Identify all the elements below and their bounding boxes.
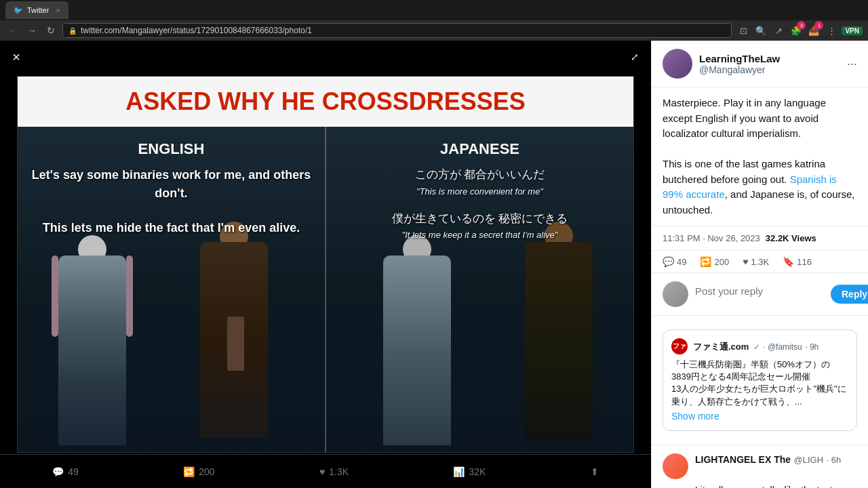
japanese-text-1: この方が 都合がいいんだ xyxy=(340,166,620,184)
bookmark-icon: 🔖 xyxy=(783,256,794,267)
views-count: 32K xyxy=(469,466,486,477)
user-avatar xyxy=(663,49,692,79)
views-icon: 📊 xyxy=(453,466,465,477)
image-left: ENGLISH Let's say some binaries work for… xyxy=(18,127,326,452)
embedded-text-1: 『十三機兵防衛圏』半額（50%オフ）の3839円となる4周年記念セール開催 xyxy=(671,359,848,383)
browser-chrome: 🐦 Twitter × ← → ↻ 🔒 twitter.com/Mangalaw… xyxy=(0,0,868,41)
user-info: LearningTheLaw @Mangalawyer xyxy=(699,53,840,75)
japanese-trans-1: "This is more convenient for me" xyxy=(340,186,620,197)
back-button[interactable]: ← xyxy=(5,23,20,38)
screen-icon[interactable]: ⊡ xyxy=(736,23,751,38)
tweet-views: 32.2K Views xyxy=(766,233,816,243)
embedded-name: ファミ通.com xyxy=(693,342,749,352)
vpn-badge[interactable]: VPN xyxy=(842,26,863,35)
like-action-btn[interactable]: ♥ 1.3K xyxy=(743,256,769,267)
active-tab[interactable]: 🐦 Twitter × xyxy=(5,1,68,19)
embedded-handle-text: @famitsu xyxy=(768,342,802,352)
japanese-label: JAPANESE xyxy=(340,140,620,158)
english-text-2: This lets me hide the fact that I'm even… xyxy=(31,219,311,237)
bookmark-count: 116 xyxy=(797,257,812,267)
comment-icon: 💬 xyxy=(663,256,674,267)
more-button[interactable]: ··· xyxy=(847,57,857,71)
embedded-time: · xyxy=(805,342,810,352)
retweet-icon: 🔁 xyxy=(183,466,195,477)
toolbar-icons: ⊡ 🔍 ↗ 🧩3 📥1 ⋮ VPN xyxy=(736,23,863,38)
comment-1-user: LIGHTANGEL EX The @LIGH · 6h xyxy=(695,453,857,466)
embedded-tweet: ファ ファミ通.com ✓ · @famitsu · 9h 『十三機兵防衛圏』半… xyxy=(663,329,857,431)
main-content: × ⤢ ASKED WHY HE CROSSDRESSES xyxy=(0,41,868,488)
english-label: ENGLISH xyxy=(31,140,311,158)
comment-1-header: LIGHTANGEL EX The @LIGH · 6h xyxy=(663,453,857,479)
japanese-trans-2: "It lets me keep it a secret that I'm al… xyxy=(340,230,620,240)
retweet-count: 200 xyxy=(714,257,729,267)
comment-1: LIGHTANGEL EX The @LIGH · 6h Literally n… xyxy=(652,445,868,488)
embedded-tweet-card: ファ ファミ通.com ✓ · @famitsu · 9h 『十三機兵防衛圏』半… xyxy=(652,316,868,445)
comment-action[interactable]: 💬 49 xyxy=(52,466,79,477)
embedded-handle: · xyxy=(763,342,768,352)
embedded-user: ファミ通.com ✓ · @famitsu · 9h xyxy=(693,340,818,353)
comment-action-btn[interactable]: 💬 49 xyxy=(663,256,686,267)
tweet-stats: 11:31 PM · Nov 26, 2023 32.2K Views xyxy=(652,226,868,251)
show-more-link[interactable]: Show more xyxy=(671,411,719,422)
reply-box: Reply xyxy=(652,273,868,316)
share-icon: ⬆ xyxy=(591,466,599,477)
header-text: ASKED WHY HE CROSSDRESSES xyxy=(28,87,623,116)
bookmark-action-btn[interactable]: 🔖 116 xyxy=(783,256,812,267)
share-action[interactable]: ⬆ xyxy=(591,466,599,477)
tab-title: Twitter xyxy=(27,6,49,14)
embedded-header: ファ ファミ通.com ✓ · @famitsu · 9h xyxy=(671,338,848,354)
sidebar-header: LearningTheLaw @Mangalawyer ··· xyxy=(652,41,868,87)
heart-icon: ♥ xyxy=(319,466,325,477)
bottom-bar: 💬 49 🔁 200 ♥ 1.3K 📊 32K ⬆ xyxy=(0,454,651,488)
like-count: 1.3K xyxy=(329,466,349,477)
close-button[interactable]: × xyxy=(5,46,27,68)
menu-icon[interactable]: ⋮ xyxy=(824,23,839,38)
comment-count: 49 xyxy=(677,257,686,267)
photo-overlay: × ⤢ ASKED WHY HE CROSSDRESSES xyxy=(0,41,651,488)
comment-1-handle-text: @LIGH xyxy=(794,455,824,465)
extensions-icon[interactable]: 🧩3 xyxy=(789,23,804,38)
address-bar[interactable]: 🔒 twitter.com/Mangalawyer/status/1729010… xyxy=(62,23,732,38)
reply-button[interactable]: Reply xyxy=(831,285,868,304)
tweet-text-pre: Masterpiece. Play it in any language exc… xyxy=(663,97,826,139)
search-icon[interactable]: 🔍 xyxy=(753,23,768,38)
comment-1-avatar xyxy=(663,453,688,479)
url-text: twitter.com/Mangalawyer/status/172901008… xyxy=(81,26,312,35)
tweet-text: Masterpiece. Play it in any language exc… xyxy=(652,87,868,226)
tweet-timestamp: 11:31 PM · Nov 26, 2023 xyxy=(663,233,760,243)
verified-icon: ✓ xyxy=(753,342,760,352)
retweet-icon: 🔁 xyxy=(700,256,711,267)
comment-count: 49 xyxy=(68,466,79,477)
image-right: JAPANESE この方が 都合がいいんだ "This is more conv… xyxy=(326,127,633,452)
lock-icon: 🔒 xyxy=(68,27,77,35)
comment-1-name: LIGHTANGEL EX The xyxy=(695,454,791,465)
tweet-sidebar: LearningTheLaw @Mangalawyer ··· Masterpi… xyxy=(651,41,868,488)
english-text-1: Let's say some binaries work for me, and… xyxy=(31,166,311,203)
comment-icon: 💬 xyxy=(52,466,64,477)
browser-tabs: 🐦 Twitter × xyxy=(0,0,868,20)
embedded-avatar: ファ xyxy=(671,338,688,354)
views-action[interactable]: 📊 32K xyxy=(453,466,486,477)
like-count: 1.3K xyxy=(751,257,769,267)
tweet-actions: 💬 49 🔁 200 ♥ 1.3K 🔖 116 xyxy=(652,251,868,273)
reload-button[interactable]: ↻ xyxy=(43,23,58,38)
comment-1-time: · xyxy=(827,455,831,465)
reply-avatar xyxy=(663,281,688,307)
embedded-avatar-text: ファ xyxy=(673,342,686,351)
retweet-action-btn[interactable]: 🔁 200 xyxy=(700,256,729,267)
share-icon[interactable]: ↗ xyxy=(771,23,786,38)
username: @Mangalawyer xyxy=(699,64,840,75)
forward-button[interactable]: → xyxy=(24,23,39,38)
like-action[interactable]: ♥ 1.3K xyxy=(319,466,349,477)
tab-close[interactable]: × xyxy=(56,6,60,14)
reply-input[interactable] xyxy=(695,281,824,297)
image-body: ENGLISH Let's say some binaries work for… xyxy=(18,127,633,452)
embedded-text-2: 13人の少年少女たちが巨大ロボット"機兵"に乗り、人類存亡をかけて戦う、... xyxy=(671,383,848,407)
tweet-image: ASKED WHY HE CROSSDRESSES xyxy=(17,76,634,453)
browser-toolbar: ← → ↻ 🔒 twitter.com/Mangalawyer/status/1… xyxy=(0,20,868,41)
comment-1-text: Literally no one talks like the text on … xyxy=(663,483,857,488)
japanese-text-2: 僕が生きているのを 秘密にできる xyxy=(340,210,620,228)
expand-button[interactable]: ⤢ xyxy=(624,46,646,68)
retweet-action[interactable]: 🔁 200 xyxy=(183,466,214,477)
downloads-icon[interactable]: 📥1 xyxy=(806,23,821,38)
